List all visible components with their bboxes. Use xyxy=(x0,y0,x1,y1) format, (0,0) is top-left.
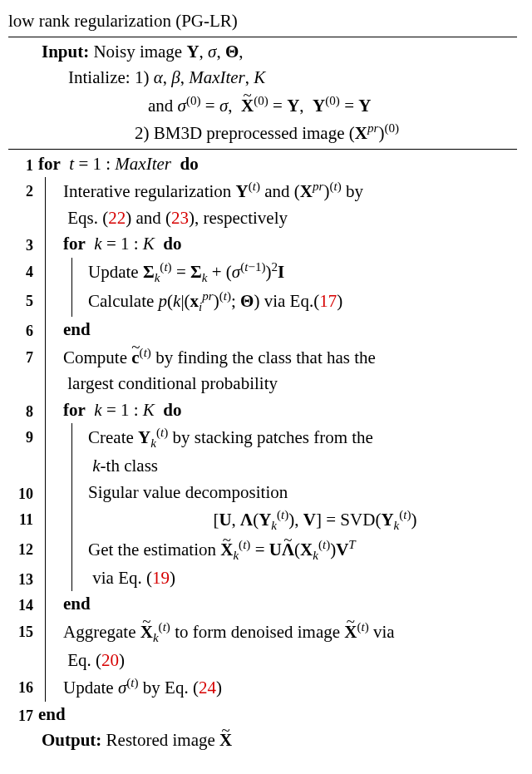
lineno-8: 8 xyxy=(8,401,33,423)
input-line: Noisy image Y, σ, Θ, xyxy=(93,42,243,62)
line-16: 16 Update σ(t) by Eq. (24) xyxy=(8,673,517,702)
init-block: Intialize: 1) α, β, MaxIter, K xyxy=(68,65,517,91)
eqref-20[interactable]: 20 xyxy=(101,650,119,670)
line-9: 9 Create Yk(t) by stacking patches from … xyxy=(8,423,517,479)
output-label: Output: xyxy=(42,730,101,750)
lineno-10: 10 xyxy=(8,483,33,505)
eqref-23[interactable]: 23 xyxy=(171,208,189,228)
line-12: 12 Get the estimation Xk(t) = UΛ(Xk(t))V… xyxy=(8,535,517,565)
input-label: Input: xyxy=(42,42,89,62)
lineno-3: 3 xyxy=(8,234,33,257)
init-2: 2) BM3D preprocessed image (Xpr)(0) xyxy=(135,119,517,147)
lineno-13: 13 xyxy=(8,569,33,591)
eqref-24[interactable]: 24 xyxy=(199,678,216,698)
output-text: Restored image X xyxy=(106,730,233,750)
lineno-14: 14 xyxy=(8,594,33,617)
init-1b: and σ(0) = σ, X(0) = Y, Y(0) = Y xyxy=(148,91,517,120)
title-text: low rank regularization (PG-LR) xyxy=(8,11,238,31)
line-10: 10 Sigular value decomposition xyxy=(8,480,517,506)
lineno-9: 9 xyxy=(8,426,33,449)
lineno-7: 7 xyxy=(8,347,33,369)
algorithm-title-fragment: low rank regularization (PG-LR) xyxy=(8,8,517,35)
line-3: 3 for k = 1 : K do xyxy=(8,231,517,258)
line-14: 14 end xyxy=(8,591,517,618)
lineno-6: 6 xyxy=(8,320,33,343)
lineno-15: 15 xyxy=(8,621,33,643)
eqref-22[interactable]: 22 xyxy=(108,208,126,228)
lineno-4: 4 xyxy=(8,261,33,283)
lineno-2: 2 xyxy=(8,180,33,203)
line-7: 7 Compute c(t) by finding the class that… xyxy=(8,343,517,397)
line-15: 15 Aggregate Xk(t) to form denoised imag… xyxy=(8,618,517,673)
line-17: 17 end xyxy=(8,702,517,728)
lineno-16: 16 xyxy=(8,677,33,699)
line-4: 4 Update Σk(t) = Σk + (σ(t−1))2I xyxy=(8,258,517,288)
lineno-12: 12 xyxy=(8,539,33,561)
line-2: 2 Interative regularization Y(t) and (Xp… xyxy=(8,177,517,231)
line-5: 5 Calculate p(k|(xipr)(t); Θ) via Eq.(17… xyxy=(8,287,517,317)
lineno-17: 17 xyxy=(8,705,33,727)
lineno-1: 1 xyxy=(8,155,33,177)
input-block: Input: Noisy image Y, σ, Θ, xyxy=(42,39,517,66)
eqref-19[interactable]: 19 xyxy=(152,568,170,588)
output-block: Output: Restored image X xyxy=(42,727,517,754)
line-1: 1 for t = 1 : MaxIter do xyxy=(8,151,517,178)
line-13: 13 via Eq. (19) xyxy=(8,565,517,592)
lineno-11: 11 xyxy=(8,509,33,531)
line-8: 8 for k = 1 : K do xyxy=(8,397,517,424)
line-6: 6 end xyxy=(8,317,517,343)
rule-top xyxy=(8,37,517,37)
line-11: 11 [U, Λ(Yk(t)), V] = SVD(Yk(t)) xyxy=(8,505,517,535)
init-label: Intialize: xyxy=(68,67,135,87)
eqref-17[interactable]: 17 xyxy=(319,291,337,311)
lineno-5: 5 xyxy=(8,290,33,313)
rule-mid xyxy=(8,149,517,150)
